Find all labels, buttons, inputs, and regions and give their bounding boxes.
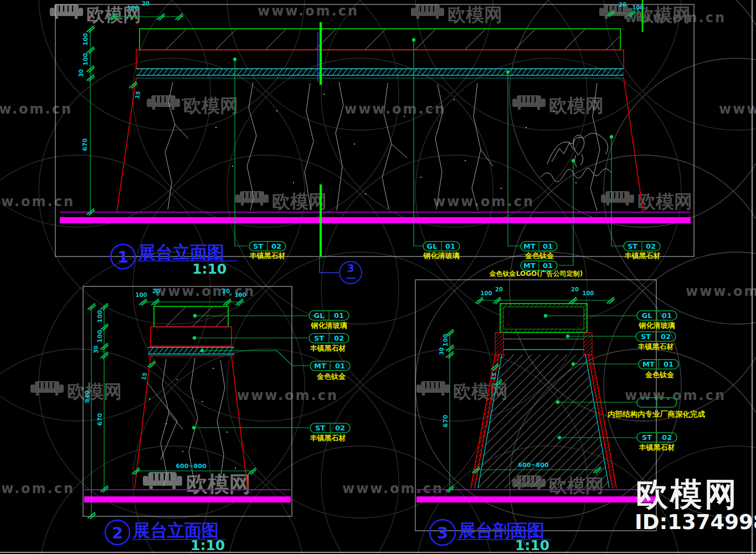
title-number: 3: [437, 524, 448, 542]
stone-sparkles: [149, 368, 236, 469]
svg-text:02: 02: [335, 424, 345, 432]
svg-text:欧模网: 欧模网: [637, 191, 692, 212]
site-model-id: ID:1374998: [635, 510, 756, 534]
material-tag-st02: ST 02: [309, 334, 349, 343]
svg-text:20: 20: [571, 286, 579, 293]
sofa-icon: [411, 4, 444, 19]
svg-text:30: 30: [78, 69, 84, 77]
sofa-icon: [50, 4, 83, 19]
sheet-frame: [0, 0, 756, 554]
svg-text:30: 30: [93, 346, 99, 353]
floor-lines: [416, 490, 655, 502]
url-watermark: www.om.cn: [433, 194, 534, 209]
sofa-icon: [601, 191, 634, 206]
material-tag-st02: ST 02: [624, 242, 660, 251]
svg-text:欧模网: 欧模网: [448, 4, 502, 25]
url-watermark: www.om.cn: [0, 194, 75, 209]
svg-text:欧模网: 欧模网: [183, 95, 238, 116]
svg-text:20: 20: [495, 286, 503, 293]
url-watermark: www.om.cn: [258, 3, 359, 19]
svg-text:15: 15: [490, 372, 497, 381]
svg-text:02: 02: [646, 242, 656, 250]
material-tag-gl01: GL 01: [637, 311, 677, 320]
svg-text:欧模网: 欧模网: [186, 471, 251, 496]
floor-lines: [60, 212, 691, 223]
material-name: 丰镇黑石材: [638, 342, 674, 351]
svg-text:20: 20: [152, 288, 160, 294]
sofa-logo-watermark: 欧模网: [30, 381, 122, 402]
url-watermark: www.om.cn: [625, 10, 726, 25]
svg-text:100: 100: [481, 290, 492, 296]
sofa-logo-watermark: 欧模网: [147, 95, 238, 116]
material-tag-st02: ST 02: [310, 423, 350, 433]
url-watermark: www.om.cn: [625, 388, 726, 403]
stone-columns-section: [495, 332, 592, 355]
svg-text:GL: GL: [314, 311, 325, 320]
sofa-icon: [30, 381, 64, 396]
svg-text:30: 30: [439, 347, 445, 355]
material-name: 丰镇黑石材: [625, 252, 661, 260]
svg-text:01: 01: [664, 360, 673, 368]
material-name: 丰镇黑石材: [250, 252, 286, 260]
stone-band: [136, 50, 624, 69]
sofa-icon: [147, 95, 180, 110]
sofa-icon: [143, 472, 182, 489]
svg-text:100: 100: [82, 33, 89, 45]
svg-text:20: 20: [222, 288, 230, 294]
material-name: 金色钛金: [316, 372, 346, 381]
material-tag-st02: ST 02: [249, 242, 286, 251]
drawing-1-elevation: 3 ST 02 丰镇黑石材 GL 01 钢化清玻璃 MT 01: [55, 0, 694, 284]
stone-band: [151, 327, 232, 346]
url-watermark: www.om.cn: [686, 284, 756, 299]
gold-band: [148, 347, 234, 356]
drawing-scale: 1:10: [191, 537, 225, 553]
svg-text:ST: ST: [314, 334, 324, 342]
svg-text:100: 100: [127, 5, 139, 11]
svg-text:02: 02: [334, 334, 344, 342]
sofa-logo-watermark: 欧模网: [235, 191, 327, 212]
svg-text:ST: ST: [315, 424, 325, 432]
svg-text:01: 01: [335, 362, 345, 370]
svg-text:GL: GL: [427, 242, 438, 250]
sofa-logo-watermark: 欧模网: [411, 4, 502, 25]
svg-text:670: 670: [96, 413, 104, 425]
material-tag-gl01: GL 01: [309, 311, 349, 320]
svg-text:欧模网: 欧模网: [272, 191, 327, 212]
svg-text:02: 02: [271, 242, 281, 250]
title-drawing-3: 3 展台剖面图 1:10: [430, 520, 552, 553]
svg-text:02: 02: [662, 433, 672, 442]
url-watermark: www.om.cn: [0, 481, 75, 496]
title-drawing-2: 2 展台立面图 1:10: [105, 520, 226, 553]
svg-text:02: 02: [661, 332, 671, 341]
svg-text:100: 100: [632, 4, 644, 11]
site-brand: 欧模网 ID:1374998: [635, 475, 756, 534]
svg-text:15: 15: [141, 372, 148, 381]
svg-text:01: 01: [334, 311, 344, 320]
svg-text:670: 670: [442, 414, 449, 427]
svg-text:ST: ST: [642, 433, 652, 442]
cad-sheet: 欧模网 欧模网 欧模网 欧模网 欧模网 欧模网 欧模网 欧模网 欧模网 欧模: [0, 0, 756, 554]
svg-text:100: 100: [235, 292, 246, 298]
svg-text:100: 100: [136, 292, 147, 298]
material-name: 金色钛金: [645, 371, 675, 379]
material-tag-st02: ST 02: [637, 433, 677, 442]
svg-text:100: 100: [96, 310, 104, 322]
material-tag-gl01: GL 01: [423, 242, 460, 251]
svg-text:MT: MT: [523, 261, 536, 270]
material-tag-mt01-logo: MT 01: [521, 261, 557, 270]
drawing-title: 展台立面图: [138, 242, 224, 262]
svg-text:01: 01: [543, 261, 553, 270]
title-number: 2: [112, 524, 123, 542]
material-name: 丰镇黑石材: [310, 434, 346, 442]
svg-text:ST: ST: [628, 242, 637, 250]
material-name: 金色钛金: [524, 252, 554, 260]
etched-logo-art: [541, 133, 611, 182]
svg-text:100: 100: [82, 53, 89, 65]
internal-structure-note: 内部结构内专业厂商深化完成: [608, 409, 705, 418]
svg-text:20: 20: [619, 2, 626, 8]
svg-text:MT: MT: [642, 360, 655, 368]
glass-top-box: [140, 29, 620, 50]
material-name: 金色钛金LOGO(广告公司定制): [489, 270, 583, 278]
material-tag-mt01: MT 01: [639, 360, 678, 369]
material-name: 钢化清玻璃: [311, 321, 347, 330]
